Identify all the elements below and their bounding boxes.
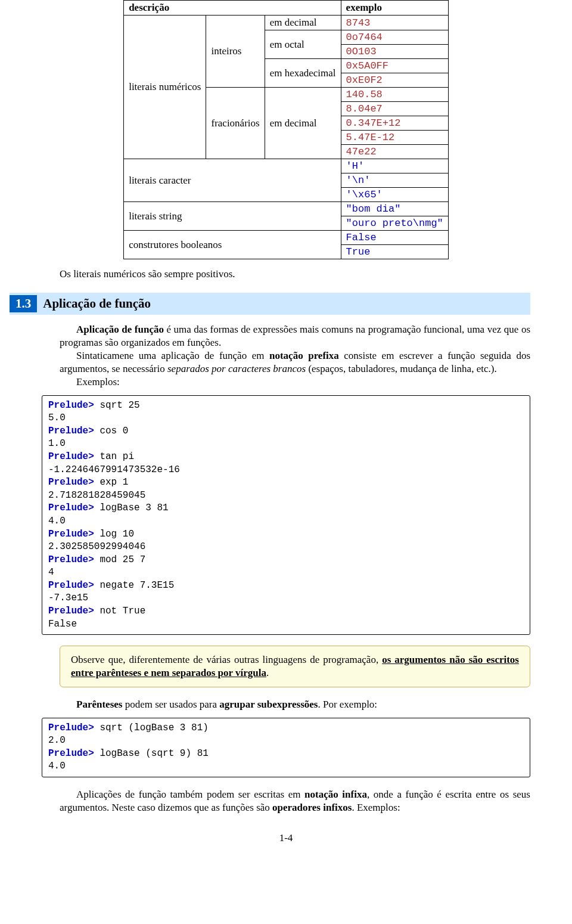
p2-b: notação prefixa [269,350,339,361]
ex-f3: 0.347E+12 [341,116,448,131]
code-out: 4 [48,567,54,578]
code-in: exp 1 [94,477,129,488]
after-table-text: Os literais numéricos são sempre positiv… [60,268,530,281]
ex-oct1: 0o7464 [341,30,448,45]
p5-d: operadores infixos [272,802,352,813]
th-desc: descrição [124,1,341,15]
p4-a: Parênteses [76,699,122,710]
page-number: 1-4 [42,832,530,844]
prompt: Prelude> [48,606,94,616]
code-out: 4.0 [48,516,66,526]
cell-hex: em hexadecimal [265,59,341,88]
ex-b2: True [341,245,448,259]
code-out: -7.3e15 [48,593,88,603]
code-out: 2.0 [48,735,66,746]
note-a: Observe que, diferentemente de várias ou… [71,654,382,665]
code-out: 1.0 [48,438,66,449]
cell-char: literais caracter [124,159,341,202]
prompt: Prelude> [48,426,94,436]
prompt: Prelude> [48,580,94,591]
ex-b1: False [341,231,448,245]
code-in: sqrt (logBase 3 81) [94,723,209,733]
ex-hex2: 0xE0F2 [341,73,448,88]
ex-c1: 'H' [341,159,448,173]
section-title: Aplicação de função [37,295,157,312]
th-example: exemplo [341,1,448,15]
code-example-1: Prelude> sqrt 25 5.0 Prelude> cos 0 1.0 … [42,395,530,635]
code-in: logBase (sqrt 9) 81 [94,748,209,759]
prompt: Prelude> [48,503,94,513]
code-in: logBase 3 81 [94,503,169,513]
ex-c3: '\x65' [341,188,448,202]
code-in: log 10 [94,529,134,539]
literals-table: descrição exemplo literais numéricos int… [123,0,449,259]
paragraph-4: Parênteses podem ser usados para agrupar… [60,698,530,711]
p1-bold: Aplicação de função [76,324,164,335]
cell-numeric: literais numéricos [124,15,206,159]
code-example-2: Prelude> sqrt (logBase 3 81) 2.0 Prelude… [42,718,530,777]
cell-frac: fracionários [206,88,265,159]
cell-dec2: em decimal [265,88,341,159]
section-heading: 1.3 Aplicação de função [10,293,530,315]
code-out: 2.302585092994046 [48,541,145,552]
p4-b: podem ser usados para [122,699,219,710]
ex-f4: 5.47E-12 [341,131,448,145]
code-out: False [48,619,77,630]
p5-a: Aplicações de função também podem ser es… [76,789,304,800]
ex-f1: 140.58 [341,88,448,102]
section-number: 1.3 [10,295,37,312]
ex-s2: "ouro preto\nmg" [341,216,448,231]
prompt: Prelude> [48,451,94,462]
cell-str: literais string [124,202,341,231]
ex-dec: 8743 [341,15,448,30]
p2-e: (espaços, tabuladores, mudança de linha,… [306,363,497,374]
code-out: 2.718281828459045 [48,490,145,501]
p2-a: Sintaticamene uma aplicação de função em [76,350,269,361]
paragraph-5: Aplicações de função também podem ser es… [60,788,530,814]
code-in: negate 7.3E15 [94,580,174,591]
ex-hex1: 0x5A0FF [341,59,448,73]
prompt: Prelude> [48,529,94,539]
ex-f5: 47e22 [341,145,448,159]
prompt: Prelude> [48,400,94,411]
code-out: 5.0 [48,413,66,423]
p4-c: agrupar subexpressões [219,699,318,710]
cell-int: inteiros [206,15,265,88]
code-in: sqrt 25 [94,400,140,411]
paragraph-3: Exemplos: [60,376,530,389]
prompt: Prelude> [48,723,94,733]
prompt: Prelude> [48,554,94,565]
prompt: Prelude> [48,748,94,759]
paragraph-2: Sintaticamene uma aplicação de função em… [60,349,530,376]
paragraph-1: Aplicação de função é uma das formas de … [60,323,530,349]
code-out: -1.2246467991473532e-16 [48,464,180,475]
code-in: not True [94,606,145,616]
p5-e: . Exemplos: [352,802,400,813]
p2-d: separados por caracteres brancos [167,363,306,374]
prompt: Prelude> [48,477,94,488]
ex-f2: 8.04e7 [341,102,448,116]
ex-s1: "bom dia" [341,202,448,216]
cell-dec: em decimal [265,15,341,30]
cell-oct: em octal [265,30,341,59]
code-out: 4.0 [48,761,66,771]
code-in: mod 25 7 [94,554,145,565]
p5-b: notação infixa [304,789,367,800]
cell-bool: construtores booleanos [124,231,341,259]
ex-c2: '\n' [341,173,448,188]
code-in: cos 0 [94,426,129,436]
ex-oct2: 0O103 [341,45,448,59]
code-in: tan pi [94,451,134,462]
note-box: Observe que, diferentemente de várias ou… [60,646,530,687]
p4-d: . Por exemplo: [318,699,377,710]
note-c: . [266,667,269,678]
